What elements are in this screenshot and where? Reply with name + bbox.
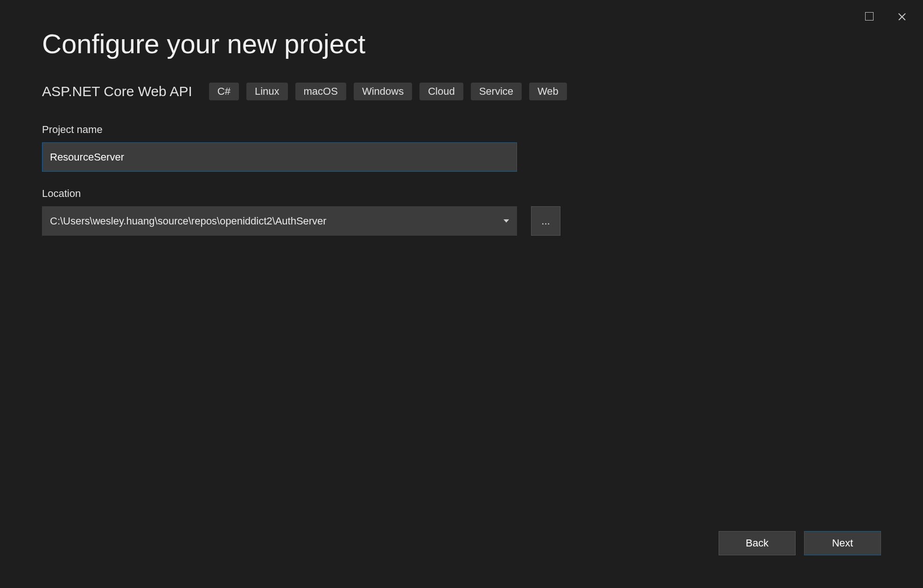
project-name-label: Project name: [42, 124, 881, 136]
footer: Back Next: [719, 531, 881, 555]
tag-web: Web: [529, 83, 567, 100]
browse-button[interactable]: ...: [531, 206, 560, 236]
tag-csharp: C#: [209, 83, 239, 100]
maximize-icon: [865, 12, 874, 21]
location-label: Location: [42, 188, 881, 200]
location-row: C:\Users\wesley.huang\source\repos\openi…: [42, 206, 881, 236]
project-name-input[interactable]: [42, 142, 517, 172]
maximize-button[interactable]: [862, 9, 876, 23]
window-titlebar: [848, 0, 923, 33]
tag-macos: macOS: [295, 83, 346, 100]
back-button[interactable]: Back: [719, 531, 796, 555]
next-button[interactable]: Next: [804, 531, 881, 555]
page-title: Configure your new project: [42, 28, 881, 59]
tag-windows: Windows: [354, 83, 412, 100]
template-name: ASP.NET Core Web API: [42, 84, 192, 99]
tag-service: Service: [471, 83, 522, 100]
tag-linux: Linux: [246, 83, 288, 100]
tag-cloud: Cloud: [420, 83, 463, 100]
template-row: ASP.NET Core Web API C# Linux macOS Wind…: [42, 83, 881, 100]
close-icon: [897, 12, 907, 21]
location-combobox[interactable]: C:\Users\wesley.huang\source\repos\openi…: [42, 206, 517, 236]
location-value: C:\Users\wesley.huang\source\repos\openi…: [50, 215, 327, 227]
chevron-down-icon: [503, 219, 509, 223]
close-button[interactable]: [895, 9, 909, 23]
main-content: Configure your new project ASP.NET Core …: [0, 0, 923, 236]
